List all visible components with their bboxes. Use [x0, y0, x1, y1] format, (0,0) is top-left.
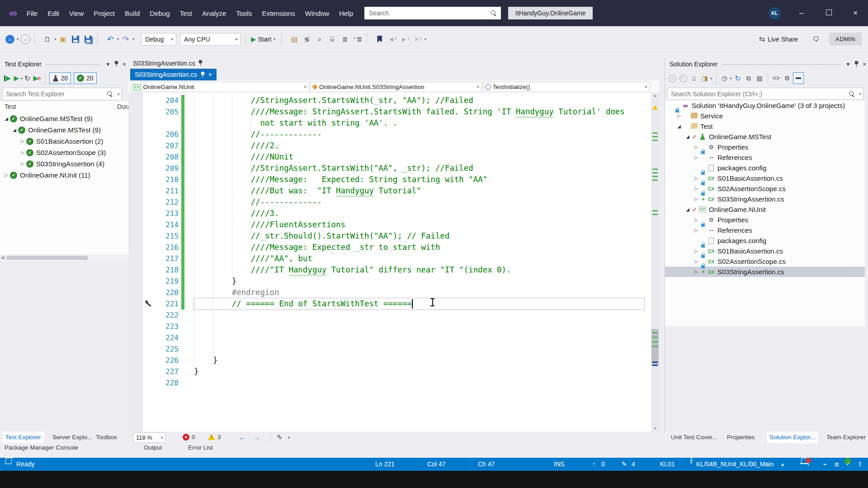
pin-icon[interactable]	[112, 61, 120, 68]
code-line[interactable]: 207 ////2.	[128, 140, 651, 151]
pin-icon[interactable]	[852, 61, 860, 68]
expander-icon[interactable]	[684, 134, 691, 139]
window-position-dropdown-icon[interactable]: ▼	[844, 61, 852, 67]
tool-window-tab[interactable]: Solution Explor...	[767, 432, 818, 443]
close-tab-icon[interactable]: ×	[208, 71, 212, 78]
code-line[interactable]: 218 ////"IT Handyguy Tutorial" differs n…	[128, 264, 651, 276]
outdent-icon[interactable]: ⁼≣	[353, 34, 363, 44]
menu-item[interactable]: Extensions	[257, 7, 300, 20]
view-code-icon[interactable]: <>	[771, 73, 781, 84]
test-tree-item[interactable]: ✓ OnlineGame.MSTest (9)	[0, 124, 128, 136]
status-insert-mode[interactable]: INS	[554, 458, 564, 471]
menu-item[interactable]: File	[22, 7, 42, 20]
solution-tree-item[interactable]: Properties	[665, 215, 865, 225]
hscroll-thumb[interactable]	[6, 256, 88, 260]
undo-dropdown[interactable]: ▾	[117, 37, 119, 41]
platform-select[interactable]: Any CPU▾	[180, 33, 241, 46]
code-line[interactable]: 215 //_str.Should().StartWith("AA"); // …	[128, 230, 651, 242]
pencil-icon[interactable]: ✎	[622, 458, 627, 471]
refresh-icon[interactable]: ↻	[733, 73, 743, 84]
navigate-forward-arrow-icon[interactable]: →	[253, 432, 260, 443]
bottom-panel-tab[interactable]: Output	[144, 444, 162, 451]
menu-item[interactable]: Analyze	[197, 7, 231, 20]
test-explorer-hscrollbar[interactable]: ◀	[0, 254, 128, 261]
navbar-project-select[interactable]: C# OnlineGame.NUnit ▾	[130, 82, 309, 92]
code-line[interactable]: 219 }	[128, 276, 651, 287]
pen-dropdown[interactable]: ▾	[288, 436, 290, 440]
bottom-panel-tab[interactable]: Package Manager Console	[5, 444, 78, 451]
run-tests-icon[interactable]: ▶	[14, 73, 19, 84]
expander-icon[interactable]	[693, 197, 700, 202]
expander-icon[interactable]	[693, 259, 700, 264]
indent-icon[interactable]: ≣	[340, 34, 350, 44]
save-all-icon[interactable]	[83, 34, 93, 44]
editor-zoom-select[interactable]: 118 % ▾	[133, 432, 165, 443]
code-line[interactable]: not start with string 'AA'. .	[128, 117, 651, 129]
active-tab[interactable]: S03StringAssertion.cs ×	[130, 69, 217, 80]
panel-grip[interactable]	[722, 63, 840, 66]
expander-icon[interactable]	[11, 127, 18, 132]
open-file-icon[interactable]: ▣	[58, 34, 68, 44]
tool-window-tab[interactable]: Toolbox	[93, 432, 120, 443]
menu-item[interactable]: View	[64, 7, 89, 20]
code-line[interactable]: 217 ////"AA", but	[128, 253, 651, 264]
new-project-icon[interactable]: 🗋	[42, 34, 52, 44]
navigate-back-arrow-icon[interactable]: ←	[239, 432, 245, 443]
solution-tree-item[interactable]: S03StringAssertion.cs	[665, 267, 865, 277]
test-explorer-search[interactable]: Search Test Explorer ▾	[2, 88, 122, 100]
test-tree-item[interactable]: ✓ OnlineGame.MSTest (9)	[0, 113, 128, 124]
solution-tree-item[interactable]: Solution 'ItHandyGuy.OnlineGame' (3 of 3…	[665, 100, 865, 111]
solution-tree-item[interactable]: Properties	[665, 142, 865, 152]
run-all-tests-icon[interactable]: ▶	[4, 73, 11, 84]
user-avatar[interactable]: KL	[769, 7, 781, 19]
redo-dropdown[interactable]: ▾	[132, 37, 134, 41]
expander-icon[interactable]	[675, 124, 683, 129]
status-line[interactable]: Ln 221	[375, 458, 395, 471]
solution-tree-item[interactable]: OnlineGame.MSTest	[665, 131, 865, 142]
expander-icon[interactable]	[19, 161, 26, 166]
pinned-tab[interactable]: S03StringAssertion.cs	[128, 60, 207, 67]
test-tree-item[interactable]: ✓ S02AssertionScope (3)	[0, 147, 128, 158]
forward-icon[interactable]: ▷	[678, 73, 688, 84]
code-line[interactable]: 204 //StringAssert.StartsWith(_str, "AA"…	[128, 95, 651, 106]
filter-dropdown[interactable]: ▾	[730, 76, 732, 80]
code-line[interactable]: 212 //-------------	[128, 197, 651, 208]
preview-selected-items-icon[interactable]	[793, 72, 804, 84]
solution-tree-item[interactable]: OnlineGame.NUnit	[665, 204, 865, 215]
ready-check-icon[interactable]: ✓	[844, 458, 851, 465]
home-icon[interactable]: ⌂	[689, 73, 699, 84]
status-character[interactable]: Ch 47	[478, 458, 495, 471]
expander-icon[interactable]	[675, 113, 683, 118]
search-options-dropdown[interactable]: ▾	[118, 92, 119, 96]
publish-icon[interactable]: ⇧	[857, 458, 863, 471]
code-line[interactable]: 213 ////3.	[128, 208, 651, 219]
background-tasks-icon[interactable]	[5, 458, 12, 464]
search-options-dropdown[interactable]: ▾	[859, 92, 861, 96]
menu-item[interactable]: Project	[89, 7, 120, 20]
error-count[interactable]: 0	[192, 432, 195, 443]
code-line[interactable]: 208 ////NUnit	[128, 151, 651, 163]
scroll-down-arrow-icon[interactable]: ▼	[651, 427, 659, 431]
solution-tree-item[interactable]: References	[665, 152, 865, 163]
screen-share-icon[interactable]: ⧈	[835, 458, 839, 471]
code-line[interactable]: 221 // ====== End of StartsWithTest ====…	[128, 298, 651, 310]
navigate-backward-icon[interactable]: ←	[5, 34, 15, 44]
close-panel-icon[interactable]: ×	[120, 61, 128, 68]
push-arrow-icon[interactable]: ↑	[592, 458, 595, 471]
menu-item[interactable]: Window	[300, 7, 334, 20]
expander-icon[interactable]	[693, 176, 700, 181]
switch-views-dropdown[interactable]: ▾	[711, 76, 712, 80]
solution-tree-item[interactable]: Service	[665, 111, 865, 121]
whiteboard-pen-icon[interactable]: ✎	[277, 432, 283, 443]
code-line[interactable]: 206 //-------------	[128, 129, 651, 140]
minimize-button[interactable]: –	[791, 0, 812, 26]
global-search-box[interactable]: Search	[364, 7, 501, 19]
collapse-all-icon[interactable]: ⧉	[744, 73, 754, 84]
navigate-forward-icon[interactable]: →	[20, 34, 30, 44]
scroll-left-arrow-icon[interactable]: ◀	[1, 255, 4, 260]
expander-icon[interactable]	[3, 116, 10, 121]
attach-to-process-icon[interactable]: ▤	[289, 34, 299, 44]
debug-target-select[interactable]: Debug▾	[141, 33, 176, 46]
menu-item[interactable]: Debug	[145, 7, 175, 20]
toggle-bookmark-icon[interactable]	[375, 34, 385, 44]
